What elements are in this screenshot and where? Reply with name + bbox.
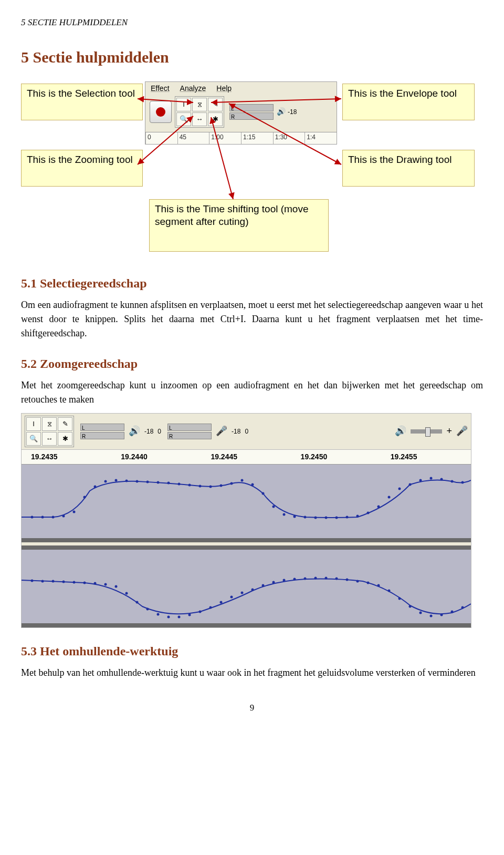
ruler-tick: 1:30 xyxy=(273,132,305,144)
svg-point-55 xyxy=(52,580,55,582)
svg-rect-5 xyxy=(22,465,471,538)
svg-point-13 xyxy=(52,516,55,518)
fig2-ruler: 19.2435 19.2440 19.2445 19.2450 19.2455 xyxy=(22,450,471,465)
svg-rect-10 xyxy=(22,623,471,627)
selection-tool-icon[interactable]: I xyxy=(176,98,191,111)
svg-point-53 xyxy=(31,579,34,582)
svg-point-75 xyxy=(262,584,265,586)
svg-point-67 xyxy=(178,615,181,618)
ruler-tick: 19.2435 xyxy=(22,451,111,462)
multi-tool-icon[interactable]: ✱ xyxy=(58,432,72,446)
label-neg18: -18 xyxy=(144,427,153,436)
label-zero: 0 xyxy=(158,427,161,436)
svg-point-15 xyxy=(73,510,76,513)
ruler-tick: 0 xyxy=(145,132,177,144)
svg-point-32 xyxy=(251,483,254,486)
svg-point-17 xyxy=(94,485,97,488)
svg-point-30 xyxy=(230,482,233,485)
envelope-tool-icon[interactable]: ⧖ xyxy=(42,417,57,431)
zoom-tool-icon[interactable]: 🔍 xyxy=(176,112,191,126)
svg-point-39 xyxy=(325,516,328,519)
meter-right: R xyxy=(80,432,124,439)
svg-rect-8 xyxy=(22,545,471,550)
speaker-icon-2: 🔊 xyxy=(395,424,406,438)
timeline-ruler: 0 45 1:00 1:15 1:30 1:4 xyxy=(145,132,337,144)
svg-point-68 xyxy=(188,613,191,616)
ruler-tick: 1:4 xyxy=(304,132,337,144)
svg-point-72 xyxy=(230,595,233,598)
svg-point-46 xyxy=(398,487,401,490)
meter-left-2: L xyxy=(167,424,212,431)
svg-point-58 xyxy=(83,581,86,584)
svg-point-26 xyxy=(188,483,191,486)
svg-point-64 xyxy=(146,607,149,610)
meter-right: R xyxy=(229,112,274,120)
envelope-tool-icon[interactable]: ⧖ xyxy=(192,98,207,111)
waveform-svg xyxy=(22,465,471,627)
sec-5-3-body: Met behulp van het omhullende-werktuig k… xyxy=(21,666,483,680)
svg-point-84 xyxy=(356,580,359,582)
multi-tool-icon[interactable]: ✱ xyxy=(208,112,223,126)
menu-analyze[interactable]: Analyze xyxy=(180,83,206,94)
speaker-icon: 🔊 xyxy=(129,424,140,438)
sec-5-1-body: Om een audiofragment te kunnen afsplitse… xyxy=(21,298,483,341)
tool-grid: I ⧖ ✎ 🔍 ↔ ✱ xyxy=(175,96,224,128)
svg-point-28 xyxy=(209,485,212,488)
svg-point-40 xyxy=(335,516,338,519)
svg-point-52 xyxy=(461,481,464,483)
draw-tool-icon[interactable]: ✎ xyxy=(58,417,72,431)
svg-point-35 xyxy=(283,513,286,516)
waveform-area xyxy=(22,465,471,627)
svg-point-69 xyxy=(199,610,202,613)
callout-zoom-tool: This is the Zooming tool xyxy=(21,150,143,187)
record-button[interactable] xyxy=(150,101,172,123)
svg-point-94 xyxy=(461,606,464,609)
svg-point-14 xyxy=(62,514,65,517)
sec-5-2-body: Met het zoomgereedschap kunt u inzoomen … xyxy=(21,378,483,407)
meter-left: L xyxy=(229,104,274,111)
svg-point-34 xyxy=(272,505,275,508)
svg-point-92 xyxy=(440,613,443,616)
svg-point-23 xyxy=(157,481,160,483)
svg-point-48 xyxy=(419,479,422,481)
menu-effect[interactable]: Effect xyxy=(151,83,170,94)
label-zero-b: 0 xyxy=(245,427,248,436)
meter-left: L xyxy=(80,424,124,431)
menu-help[interactable]: Help xyxy=(216,83,232,94)
svg-point-63 xyxy=(136,601,139,603)
svg-point-91 xyxy=(430,614,433,617)
callout-timeshift-tool: This is the Time shifting tool (move seg… xyxy=(149,199,329,252)
svg-point-33 xyxy=(262,492,265,495)
svg-point-45 xyxy=(388,496,391,498)
svg-point-61 xyxy=(115,585,118,588)
svg-point-89 xyxy=(409,605,412,607)
svg-rect-6 xyxy=(22,538,471,542)
selection-tool-icon[interactable]: I xyxy=(26,417,41,431)
svg-point-65 xyxy=(157,613,160,615)
level-meters: L R xyxy=(229,104,274,120)
timeshift-tool-icon[interactable]: ↔ xyxy=(42,432,57,446)
zoom-tool-icon[interactable]: 🔍 xyxy=(26,432,41,446)
svg-point-18 xyxy=(104,480,107,482)
plus-icon: + xyxy=(446,424,452,438)
svg-point-79 xyxy=(304,577,307,580)
svg-point-81 xyxy=(325,576,328,579)
label-neg18-b: -18 xyxy=(232,427,240,436)
svg-point-56 xyxy=(62,580,65,583)
svg-point-54 xyxy=(41,580,44,582)
timeshift-tool-icon[interactable]: ↔ xyxy=(192,112,207,126)
svg-point-71 xyxy=(220,601,223,603)
svg-point-25 xyxy=(178,482,181,485)
ruler-tick: 1:00 xyxy=(209,132,241,144)
svg-point-85 xyxy=(367,581,370,584)
svg-point-74 xyxy=(251,588,254,591)
svg-point-93 xyxy=(451,610,454,613)
draw-tool-icon[interactable]: ✎ xyxy=(208,98,223,111)
sec-5-3-title: 5.3 Het omhullende-werktuig xyxy=(21,642,483,661)
callout-selection-tool: This is the Selection tool xyxy=(21,84,143,120)
svg-point-22 xyxy=(146,480,149,483)
svg-point-77 xyxy=(283,579,286,581)
svg-point-16 xyxy=(83,496,86,498)
svg-point-82 xyxy=(335,577,338,580)
svg-point-12 xyxy=(41,516,44,518)
